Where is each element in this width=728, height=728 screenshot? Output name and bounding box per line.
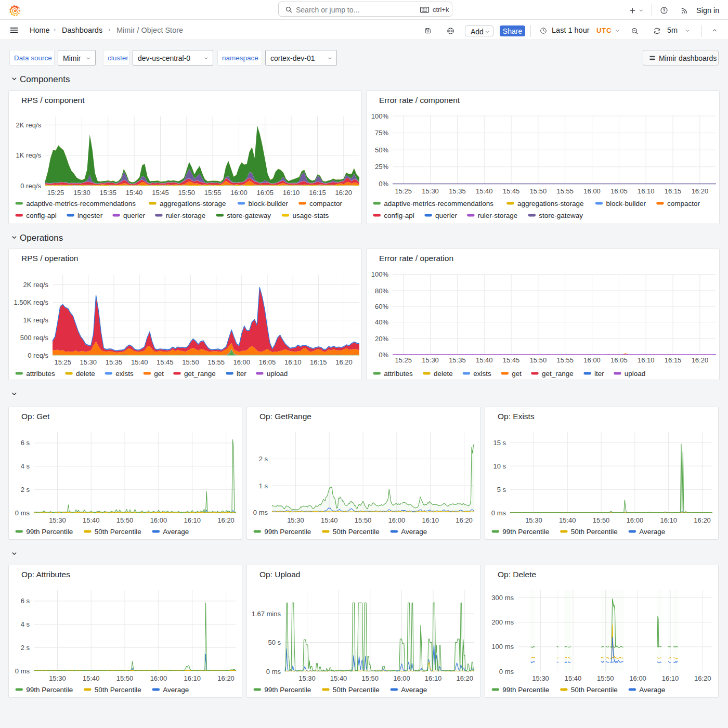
svg-text:15:25: 15:25 (54, 358, 71, 366)
svg-text:15:25: 15:25 (395, 187, 412, 195)
svg-text:16:15: 16:15 (309, 189, 326, 197)
svg-text:0 ms: 0 ms (266, 668, 281, 675)
svg-text:1.67 mins: 1.67 mins (252, 610, 281, 618)
svg-text:block-builder: block-builder (606, 200, 646, 207)
svg-text:16:10: 16:10 (422, 516, 439, 524)
svg-text:1K req/s: 1K req/s (23, 316, 49, 324)
svg-text:iter: iter (594, 370, 604, 378)
svg-text:querier: querier (435, 212, 458, 219)
svg-text:16:00: 16:00 (150, 516, 167, 524)
svg-text:15:50: 15:50 (362, 674, 379, 682)
svg-text:15:35: 15:35 (449, 187, 466, 195)
svg-text:15:55: 15:55 (556, 187, 574, 195)
svg-text:2 s: 2 s (259, 455, 268, 463)
svg-text:15:45: 15:45 (157, 358, 174, 366)
svg-text:aggregations-storage: aggregations-storage (160, 200, 226, 207)
svg-text:get: get (154, 370, 164, 378)
svg-text:16:00: 16:00 (583, 356, 601, 364)
svg-text:15:40: 15:40 (330, 674, 347, 682)
svg-text:15:50: 15:50 (530, 356, 547, 364)
svg-text:0 ms: 0 ms (499, 668, 514, 675)
svg-text:adaptive-metrics-recommendatio: adaptive-metrics-recommendations (384, 200, 493, 207)
svg-text:25%: 25% (375, 163, 388, 171)
svg-text:0 ms: 0 ms (491, 509, 506, 517)
svg-text:15:50: 15:50 (593, 516, 610, 524)
svg-text:16:20: 16:20 (456, 516, 473, 524)
svg-text:20%: 20% (375, 335, 388, 343)
svg-text:16:10: 16:10 (184, 516, 201, 524)
svg-text:15:30: 15:30 (73, 189, 90, 197)
svg-text:16:10: 16:10 (283, 189, 300, 197)
svg-text:99th Percentile: 99th Percentile (26, 528, 73, 536)
svg-text:99th Percentile: 99th Percentile (502, 528, 549, 536)
svg-text:Average: Average (639, 686, 665, 694)
svg-text:15:40: 15:40 (476, 187, 493, 195)
svg-text:aggregations-storage: aggregations-storage (517, 200, 584, 207)
svg-text:6 s: 6 s (21, 439, 30, 447)
svg-text:16:10: 16:10 (184, 674, 201, 682)
svg-text:15:45: 15:45 (503, 187, 520, 195)
svg-text:0%: 0% (379, 180, 388, 188)
svg-text:99th Percentile: 99th Percentile (26, 686, 73, 694)
svg-text:15:45: 15:45 (503, 356, 520, 364)
svg-text:15:50: 15:50 (597, 674, 614, 682)
svg-text:16:15: 16:15 (310, 358, 327, 366)
svg-text:16:10: 16:10 (425, 674, 442, 682)
svg-text:delete: delete (434, 370, 453, 378)
svg-text:15:50: 15:50 (178, 189, 196, 197)
svg-text:16:20: 16:20 (694, 516, 711, 524)
svg-text:block-builder: block-builder (248, 200, 288, 207)
svg-text:2K req/s: 2K req/s (16, 121, 42, 129)
svg-text:15 s: 15 s (493, 439, 506, 447)
svg-text:16:00: 16:00 (150, 674, 167, 682)
svg-text:0 ms: 0 ms (15, 667, 30, 675)
svg-text:50th Percentile: 50th Percentile (571, 528, 618, 536)
svg-text:99th Percentile: 99th Percentile (264, 528, 311, 536)
svg-text:16:05: 16:05 (610, 187, 628, 195)
svg-text:16:20: 16:20 (694, 674, 711, 682)
svg-text:16:00: 16:00 (629, 674, 646, 682)
svg-text:Average: Average (401, 528, 427, 536)
svg-text:15:40: 15:40 (83, 674, 100, 682)
svg-text:Average: Average (163, 528, 189, 536)
svg-text:compactor: compactor (309, 200, 343, 207)
svg-text:15:50: 15:50 (116, 516, 134, 524)
svg-text:15:30: 15:30 (525, 516, 542, 524)
svg-text:15:40: 15:40 (321, 516, 338, 524)
svg-text:16:10: 16:10 (638, 356, 655, 364)
svg-text:store-gateway: store-gateway (227, 212, 271, 219)
svg-text:16:20: 16:20 (692, 187, 709, 195)
svg-text:15:55: 15:55 (204, 189, 222, 197)
svg-text:get_range: get_range (184, 370, 216, 378)
svg-text:16:10: 16:10 (284, 358, 302, 366)
svg-text:iter: iter (237, 370, 246, 378)
svg-text:16:05: 16:05 (257, 189, 274, 197)
svg-text:1 s: 1 s (259, 482, 268, 490)
svg-text:200 ms: 200 ms (491, 618, 514, 626)
svg-text:50th Percentile: 50th Percentile (333, 686, 380, 694)
svg-text:15:30: 15:30 (532, 674, 549, 682)
svg-text:upload: upload (625, 370, 646, 378)
svg-text:4 s: 4 s (21, 462, 30, 470)
svg-text:16:20: 16:20 (217, 516, 235, 524)
svg-text:16:00: 16:00 (233, 358, 251, 366)
svg-text:16:10: 16:10 (638, 187, 655, 195)
svg-text:15:40: 15:40 (559, 516, 576, 524)
svg-text:15:50: 15:50 (182, 358, 199, 366)
svg-text:16:00: 16:00 (627, 516, 644, 524)
svg-text:config-api: config-api (26, 212, 57, 219)
svg-text:exists: exists (115, 370, 134, 378)
svg-text:ruler-storage: ruler-storage (478, 212, 518, 219)
svg-text:15:30: 15:30 (298, 674, 316, 682)
svg-text:15:50: 15:50 (530, 187, 547, 195)
svg-text:5 s: 5 s (497, 486, 506, 493)
svg-text:50 s: 50 s (268, 639, 281, 646)
svg-text:attributes: attributes (26, 370, 55, 378)
svg-text:0 req/s: 0 req/s (28, 352, 48, 359)
svg-text:querier: querier (123, 212, 146, 219)
svg-text:10 s: 10 s (493, 462, 506, 470)
svg-text:Average: Average (401, 686, 427, 694)
svg-text:1.50K req/s: 1.50K req/s (14, 298, 49, 306)
svg-text:16:10: 16:10 (660, 516, 677, 524)
svg-text:15:50: 15:50 (355, 516, 372, 524)
